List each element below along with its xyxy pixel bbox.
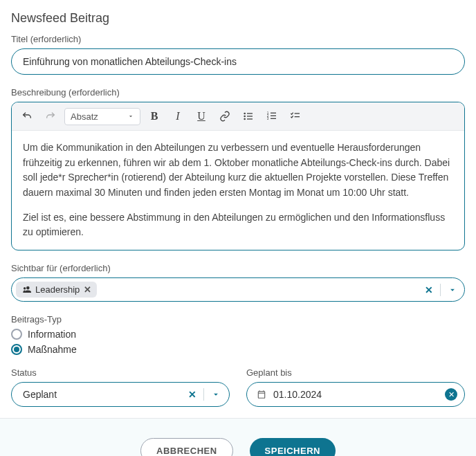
status-date-row: Status Geplant ✕ Geplant bis 01.10.2024 … [11,367,465,407]
status-value: Geplant [23,389,188,400]
bullet-list-icon[interactable] [239,107,258,126]
status-label: Status [11,367,230,378]
visibility-field-group: Sichtbar für (erforderlich) Leadership ✕… [11,263,465,302]
divider [440,284,441,296]
paragraph-style-value: Absatz [71,111,98,122]
description-label: Beschreibung (erforderlich) [11,87,465,98]
checklist-icon[interactable] [286,107,305,126]
svg-rect-11 [271,118,276,119]
chip-remove-icon[interactable]: ✕ [84,284,91,295]
radio-unchecked-icon [11,329,22,340]
rich-text-editor: Absatz B I U 123 Um [11,102,465,250]
svg-rect-3 [247,113,253,113]
svg-rect-12 [295,113,300,113]
visibility-chip-label: Leadership [35,284,80,295]
svg-text:3: 3 [267,117,269,120]
title-field-group: Titel (erforderlich) [11,34,465,75]
undo-icon[interactable] [17,107,37,126]
status-field-group: Status Geplant ✕ [11,367,230,407]
post-type-option-information[interactable]: Information [11,329,465,340]
form-footer: ABBRECHEN SPEICHERN [0,419,476,456]
chevron-down-icon[interactable] [448,285,457,295]
link-icon[interactable] [215,107,235,126]
chevron-down-icon[interactable] [211,390,221,399]
radio-checked-icon [11,344,22,355]
visibility-actions: ✕ [425,284,457,296]
bold-icon[interactable]: B [145,107,164,126]
svg-point-2 [244,118,246,120]
svg-rect-5 [247,118,253,119]
paragraph-style-select[interactable]: Absatz [64,108,140,125]
planned-until-field-group: Geplant bis 01.10.2024 ✕ [246,367,465,407]
svg-rect-4 [247,116,253,116]
numbered-list-icon[interactable]: 123 [262,107,282,126]
post-type-label: Beitrags-Typ [11,314,465,325]
divider [203,388,204,401]
clear-date-icon[interactable]: ✕ [445,388,457,401]
cancel-button[interactable]: ABBRECHEN [140,438,233,456]
underline-icon[interactable]: U [192,107,211,126]
description-field-group: Beschreibung (erforderlich) Absatz B I U [11,87,465,250]
chevron-down-icon [127,113,134,120]
radio-label: Maßnahme [28,344,77,355]
italic-icon[interactable]: I [168,107,187,126]
visibility-label: Sichtbar für (erforderlich) [11,263,465,273]
svg-rect-13 [295,116,300,117]
visibility-select[interactable]: Leadership ✕ ✕ [11,277,465,302]
svg-point-1 [244,116,246,118]
calendar-icon [257,390,266,399]
radio-label: Information [28,329,76,340]
planned-until-value: 01.10.2024 [273,389,438,400]
editor-toolbar: Absatz B I U 123 [12,102,464,131]
svg-point-0 [244,113,246,115]
svg-rect-10 [271,116,276,116]
editor-content[interactable]: Um die Kommunikation in den Abteilungen … [12,131,464,250]
status-select[interactable]: Geplant ✕ [11,382,230,407]
post-type-option-massnahme[interactable]: Maßnahme [11,344,465,355]
planned-until-input[interactable]: 01.10.2024 ✕ [246,382,465,407]
title-input[interactable] [11,48,465,75]
editor-paragraph: Um die Kommunikation in den Abteilungen … [23,140,453,201]
redo-icon[interactable] [41,107,60,126]
editor-paragraph: Ziel ist es, eine bessere Abstimmung in … [23,210,453,240]
post-type-field-group: Beitrags-Typ Information Maßnahme [11,314,465,355]
clear-icon[interactable]: ✕ [188,389,196,400]
clear-all-icon[interactable]: ✕ [425,284,433,295]
planned-until-label: Geplant bis [246,367,465,378]
svg-rect-9 [271,113,276,113]
newsfeed-form: Newsfeed Beitrag Titel (erforderlich) Be… [0,0,476,419]
save-button[interactable]: SPEICHERN [250,438,336,456]
visibility-chip: Leadership ✕ [16,282,97,298]
people-icon [21,285,31,295]
form-title: Newsfeed Beitrag [11,11,465,26]
title-label: Titel (erforderlich) [11,34,465,44]
